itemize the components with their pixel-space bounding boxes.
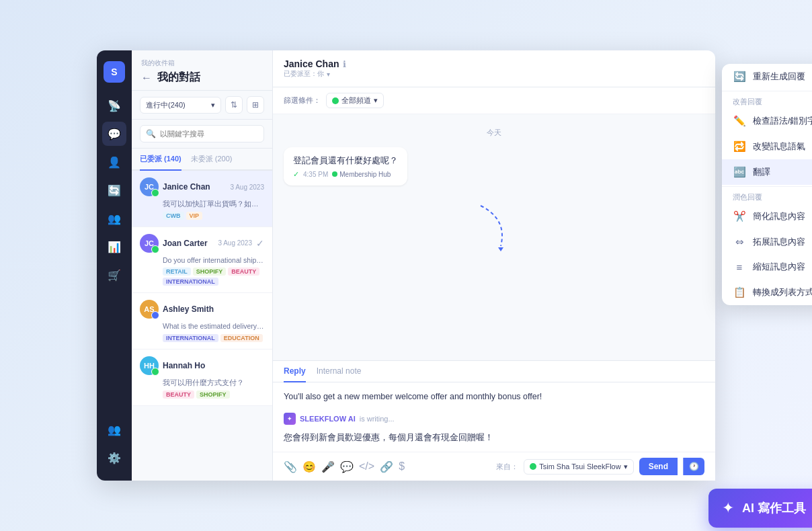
reply-content: You'll also get a new member welcome off… bbox=[273, 382, 715, 452]
tab-internal-note[interactable]: Internal note bbox=[317, 361, 362, 382]
ai-tool-grammar[interactable]: ✏️ 檢查語法/錯別字 bbox=[722, 108, 812, 134]
app-logo: S bbox=[104, 61, 125, 83]
ai-tool-translate[interactable]: 🔤 翻譯 › bbox=[722, 159, 812, 185]
conv-tags-hannah: BEAUTY SHOPIFY bbox=[163, 391, 264, 399]
conv-item-joan[interactable]: JC Joan Carter 3 Aug 2023 ✓ Do you offer… bbox=[132, 227, 272, 294]
regenerate-icon: 🔄 bbox=[733, 71, 746, 83]
nav-conversations[interactable]: 💬 bbox=[102, 122, 126, 146]
conv-tags-janice: CWB VIP bbox=[163, 212, 264, 220]
attach-icon[interactable]: 📎 bbox=[284, 460, 297, 473]
link-icon[interactable]: 🔗 bbox=[380, 460, 393, 473]
ai-logo: ✦ bbox=[284, 413, 296, 425]
conv-item-ashley[interactable]: AS Ashley Smith What is the estimated de… bbox=[132, 293, 272, 350]
tag-intl-ashley: INTERNATIONAL bbox=[163, 334, 218, 342]
message-meta: ✓ 4:35 PM Membership Hub bbox=[293, 170, 398, 179]
conv-name-janice: Janice Chan bbox=[163, 182, 226, 192]
chat-contact: Janice Chan ℹ 已委派至：你 ▾ bbox=[284, 58, 346, 79]
conv-date-janice: 3 Aug 2023 bbox=[230, 183, 264, 191]
code-icon[interactable]: </> bbox=[359, 460, 374, 473]
conversation-list: JC Janice Chan 3 Aug 2023 我可以加快訂單出貨嗎？如果可… bbox=[132, 171, 272, 481]
tone-section-label: 潤色回覆 bbox=[722, 188, 812, 204]
message-text: 登記會員還有什麼好處呢？ bbox=[293, 154, 398, 167]
reply-tabs: Reply Internal note bbox=[273, 361, 715, 382]
conv-tabs: 已委派 (140) 未委派 (200) bbox=[132, 149, 272, 171]
emoji-icon[interactable]: 😊 bbox=[302, 460, 316, 473]
tag-beauty-hannah: BEAUTY bbox=[163, 391, 194, 399]
nav-reports[interactable]: 📊 bbox=[102, 235, 126, 259]
filter-button[interactable]: ⊞ bbox=[247, 96, 264, 114]
avatar-wrap-joan: JC bbox=[140, 234, 159, 253]
conv-item-hannah[interactable]: HH Hannah Ho 我可以用什麼方式支付？ BEAUTY SHOPIFY bbox=[132, 350, 272, 406]
conv-item-janice[interactable]: JC Janice Chan 3 Aug 2023 我可以加快訂單出貨嗎？如果可… bbox=[132, 171, 272, 227]
conv-header: 我的收件箱 ← 我的對話 bbox=[132, 50, 272, 91]
message-channel-badge: Membership Hub bbox=[332, 171, 391, 178]
tab-unassigned[interactable]: 未委派 (200) bbox=[191, 149, 233, 171]
contact-name: Janice Chan bbox=[284, 58, 339, 69]
conv-preview-ashley: What is the estimated delivery time for … bbox=[163, 321, 264, 331]
nav-contacts[interactable]: 👤 bbox=[102, 150, 126, 174]
from-channel-btn[interactable]: Tsim Sha Tsui SleekFlow ▾ bbox=[524, 459, 633, 475]
app-container: S 📡 💬 👤 🔄 👥 📊 🛒 👥 ⚙️ 我的收件箱 ← 我的對話 進行中(24… bbox=[97, 50, 715, 481]
conv-date-joan: 3 Aug 2023 bbox=[218, 239, 252, 247]
ai-tool-tone[interactable]: 🔁 改變訊息語氣 › bbox=[722, 134, 812, 159]
tag-vip: VIP bbox=[186, 212, 203, 220]
info-icon[interactable]: ℹ bbox=[343, 59, 346, 69]
ai-tool-convert[interactable]: 📋 轉換成列表方式 › bbox=[722, 280, 812, 305]
message-bubble: 登記會員還有什麼好處呢？ ✓ 4:35 PM Membership Hub bbox=[284, 147, 407, 186]
channel-badge-hannah bbox=[151, 368, 159, 376]
conversation-panel: 我的收件箱 ← 我的對話 進行中(240) ▾ ⇅ ⊞ 🔍 已委派 (140) … bbox=[132, 50, 273, 481]
nav-automation[interactable]: 🔄 bbox=[102, 178, 126, 202]
template-icon[interactable]: 💬 bbox=[340, 460, 354, 473]
ai-tools-panel: 🔄 重新生成回覆 改善回覆 ✏️ 檢查語法/錯別字 🔁 改變訊息語氣 › 🔤 翻… bbox=[722, 64, 812, 305]
contact-info: Janice Chan ℹ bbox=[284, 58, 346, 69]
nav-settings[interactable]: ⚙️ bbox=[102, 446, 126, 470]
dollar-icon[interactable]: $ bbox=[399, 460, 405, 473]
status-filter[interactable]: 進行中(240) ▾ bbox=[140, 97, 221, 114]
convert-label: 轉換成列表方式 bbox=[753, 287, 812, 298]
tag-retail: RETAIL bbox=[163, 268, 191, 276]
improve-section-label: 改善回覆 bbox=[722, 93, 812, 108]
reply-text[interactable]: You'll also get a new member welcome off… bbox=[284, 391, 704, 403]
conv-preview-hannah: 我可以用什麼方式支付？ bbox=[163, 378, 264, 388]
sidebar-nav: S 📡 💬 👤 🔄 👥 📊 🛒 👥 ⚙️ bbox=[97, 50, 132, 481]
ai-banner[interactable]: ✦ AI 寫作工具 bbox=[708, 489, 812, 528]
breadcrumb: 我的收件箱 bbox=[141, 58, 263, 68]
back-button[interactable]: ← bbox=[141, 72, 152, 84]
nav-commerce[interactable]: 🛒 bbox=[102, 263, 126, 287]
conv-name-joan: Joan Carter bbox=[163, 239, 214, 248]
sort-button[interactable]: ⇅ bbox=[225, 96, 243, 114]
shorten-icon: ≡ bbox=[733, 261, 746, 273]
search-bar: 🔍 bbox=[132, 120, 272, 149]
check-icon: ✓ bbox=[293, 170, 299, 179]
avatar-wrap-hannah: HH bbox=[140, 356, 159, 375]
tag-shopify: SHOPIFY bbox=[193, 268, 227, 276]
send-button[interactable]: Send bbox=[639, 458, 678, 475]
search-input[interactable] bbox=[160, 130, 258, 138]
message-time: 4:35 PM bbox=[303, 171, 328, 178]
filter-status-label: 篩選條件： bbox=[284, 95, 321, 106]
convert-icon: 📋 bbox=[733, 286, 746, 298]
nav-users[interactable]: 👥 bbox=[102, 417, 126, 442]
voice-icon[interactable]: 🎤 bbox=[321, 460, 335, 473]
conv-preview-janice: 我可以加快訂單出貨嗎？如果可以，有什麼選擇以及我需要額外支付多少錢？ bbox=[163, 199, 264, 209]
regenerate-label: 重新生成回覆 bbox=[753, 71, 812, 83]
search-icon: 🔍 bbox=[146, 129, 156, 138]
nav-broadcast[interactable]: 📡 bbox=[102, 93, 126, 118]
ai-tool-regenerate[interactable]: 🔄 重新生成回覆 bbox=[722, 64, 812, 89]
assignee-row: 已委派至：你 ▾ bbox=[284, 69, 346, 79]
channel-filter[interactable]: 全部頻道 ▾ bbox=[326, 93, 384, 108]
send-schedule-button[interactable]: 🕐 bbox=[683, 458, 704, 475]
ai-tool-expand[interactable]: ⇔ 拓展訊息內容 bbox=[722, 229, 812, 255]
conv-title: ← 我的對話 bbox=[141, 71, 263, 85]
shorten-label: 縮短訊息內容 bbox=[753, 261, 812, 273]
ai-tool-shorten[interactable]: ≡ 縮短訊息內容 bbox=[722, 255, 812, 280]
from-wa-dot bbox=[530, 463, 536, 470]
channel-badge-janice bbox=[151, 189, 159, 197]
tab-assigned[interactable]: 已委派 (140) bbox=[140, 149, 181, 171]
nav-team[interactable]: 👥 bbox=[102, 206, 126, 231]
tab-reply[interactable]: Reply bbox=[284, 361, 306, 382]
ai-brand: SLEEKFLOW AI bbox=[300, 415, 356, 423]
tone-label: 改變訊息語氣 bbox=[753, 141, 812, 153]
channel-badge-ashley bbox=[151, 311, 159, 319]
ai-tool-simplify[interactable]: ✂️ 簡化訊息內容 bbox=[722, 204, 812, 229]
